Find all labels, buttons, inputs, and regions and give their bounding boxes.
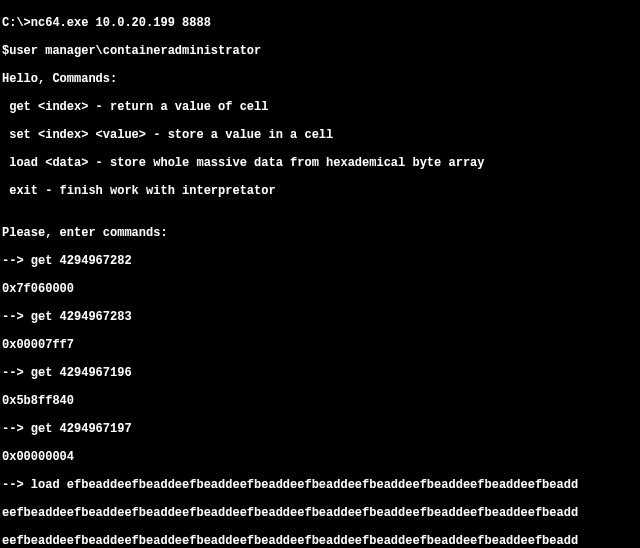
help-set: set <index> <value> - store a value in a… bbox=[2, 128, 638, 142]
cmd-line: 0x5b8ff840 bbox=[2, 394, 638, 408]
terminal-output[interactable]: C:\>nc64.exe 10.0.20.199 8888 $user mana… bbox=[0, 0, 640, 548]
load-line: eefbeaddeefbeaddeefbeaddeefbeaddeefbeadd… bbox=[2, 506, 638, 520]
help-load: load <data> - store whole massive data f… bbox=[2, 156, 638, 170]
please-line: Please, enter commands: bbox=[2, 226, 638, 240]
help-get: get <index> - return a value of cell bbox=[2, 100, 638, 114]
prompt-line: C:\>nc64.exe 10.0.20.199 8888 bbox=[2, 16, 638, 30]
cmd-line: --> get 4294967197 bbox=[2, 422, 638, 436]
load-line: eefbeaddeefbeaddeefbeaddeefbeaddeefbeadd… bbox=[2, 534, 638, 548]
help-exit: exit - finish work with interpretator bbox=[2, 184, 638, 198]
user-line: $user manager\containeradministrator bbox=[2, 44, 638, 58]
cmd-line: 0x00000004 bbox=[2, 450, 638, 464]
cmd-line: --> get 4294967283 bbox=[2, 310, 638, 324]
cmd-line: 0x00007ff7 bbox=[2, 338, 638, 352]
cmd-line: 0x7f060000 bbox=[2, 282, 638, 296]
load-line: --> load efbeaddeefbeaddeefbeaddeefbeadd… bbox=[2, 478, 638, 492]
hello-line: Hello, Commands: bbox=[2, 72, 638, 86]
cmd-line: --> get 4294967196 bbox=[2, 366, 638, 380]
cmd-line: --> get 4294967282 bbox=[2, 254, 638, 268]
